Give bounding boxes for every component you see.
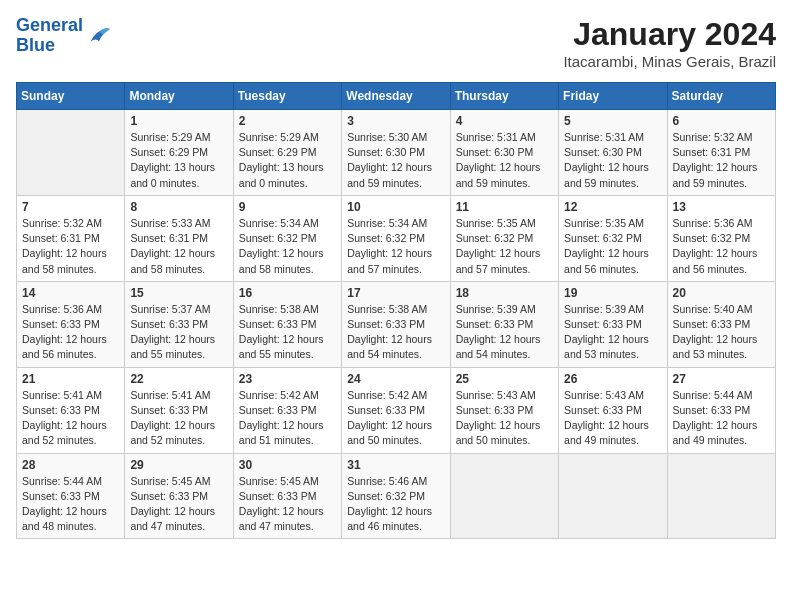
day-number: 30 xyxy=(239,458,336,472)
calendar-cell: 3Sunrise: 5:30 AMSunset: 6:30 PMDaylight… xyxy=(342,110,450,196)
day-info: Sunrise: 5:38 AMSunset: 6:33 PMDaylight:… xyxy=(239,302,336,363)
day-info: Sunrise: 5:32 AMSunset: 6:31 PMDaylight:… xyxy=(673,130,770,191)
week-row-5: 28Sunrise: 5:44 AMSunset: 6:33 PMDayligh… xyxy=(17,453,776,539)
calendar-cell: 20Sunrise: 5:40 AMSunset: 6:33 PMDayligh… xyxy=(667,281,775,367)
day-number: 14 xyxy=(22,286,119,300)
day-info: Sunrise: 5:41 AMSunset: 6:33 PMDaylight:… xyxy=(22,388,119,449)
day-info: Sunrise: 5:30 AMSunset: 6:30 PMDaylight:… xyxy=(347,130,444,191)
title-block: January 2024 Itacarambi, Minas Gerais, B… xyxy=(563,16,776,70)
weekday-header-monday: Monday xyxy=(125,83,233,110)
day-info: Sunrise: 5:38 AMSunset: 6:33 PMDaylight:… xyxy=(347,302,444,363)
day-number: 21 xyxy=(22,372,119,386)
day-number: 9 xyxy=(239,200,336,214)
calendar-cell: 12Sunrise: 5:35 AMSunset: 6:32 PMDayligh… xyxy=(559,195,667,281)
calendar-cell: 8Sunrise: 5:33 AMSunset: 6:31 PMDaylight… xyxy=(125,195,233,281)
day-number: 25 xyxy=(456,372,553,386)
day-info: Sunrise: 5:44 AMSunset: 6:33 PMDaylight:… xyxy=(673,388,770,449)
weekday-header-thursday: Thursday xyxy=(450,83,558,110)
weekday-header-friday: Friday xyxy=(559,83,667,110)
day-info: Sunrise: 5:45 AMSunset: 6:33 PMDaylight:… xyxy=(130,474,227,535)
day-number: 29 xyxy=(130,458,227,472)
day-info: Sunrise: 5:32 AMSunset: 6:31 PMDaylight:… xyxy=(22,216,119,277)
calendar-cell: 21Sunrise: 5:41 AMSunset: 6:33 PMDayligh… xyxy=(17,367,125,453)
day-info: Sunrise: 5:36 AMSunset: 6:32 PMDaylight:… xyxy=(673,216,770,277)
day-info: Sunrise: 5:31 AMSunset: 6:30 PMDaylight:… xyxy=(456,130,553,191)
logo: General Blue xyxy=(16,16,113,56)
calendar-cell xyxy=(559,453,667,539)
calendar-cell: 1Sunrise: 5:29 AMSunset: 6:29 PMDaylight… xyxy=(125,110,233,196)
calendar-header: SundayMondayTuesdayWednesdayThursdayFrid… xyxy=(17,83,776,110)
day-number: 18 xyxy=(456,286,553,300)
week-row-1: 1Sunrise: 5:29 AMSunset: 6:29 PMDaylight… xyxy=(17,110,776,196)
day-number: 6 xyxy=(673,114,770,128)
calendar-cell: 5Sunrise: 5:31 AMSunset: 6:30 PMDaylight… xyxy=(559,110,667,196)
day-info: Sunrise: 5:40 AMSunset: 6:33 PMDaylight:… xyxy=(673,302,770,363)
calendar-subtitle: Itacarambi, Minas Gerais, Brazil xyxy=(563,53,776,70)
calendar-cell: 18Sunrise: 5:39 AMSunset: 6:33 PMDayligh… xyxy=(450,281,558,367)
day-info: Sunrise: 5:35 AMSunset: 6:32 PMDaylight:… xyxy=(564,216,661,277)
calendar-cell xyxy=(17,110,125,196)
week-row-2: 7Sunrise: 5:32 AMSunset: 6:31 PMDaylight… xyxy=(17,195,776,281)
day-number: 26 xyxy=(564,372,661,386)
weekday-row: SundayMondayTuesdayWednesdayThursdayFrid… xyxy=(17,83,776,110)
day-number: 3 xyxy=(347,114,444,128)
calendar-cell: 26Sunrise: 5:43 AMSunset: 6:33 PMDayligh… xyxy=(559,367,667,453)
day-number: 23 xyxy=(239,372,336,386)
calendar-cell: 10Sunrise: 5:34 AMSunset: 6:32 PMDayligh… xyxy=(342,195,450,281)
weekday-header-tuesday: Tuesday xyxy=(233,83,341,110)
calendar-cell: 4Sunrise: 5:31 AMSunset: 6:30 PMDaylight… xyxy=(450,110,558,196)
day-info: Sunrise: 5:29 AMSunset: 6:29 PMDaylight:… xyxy=(239,130,336,191)
day-number: 22 xyxy=(130,372,227,386)
day-info: Sunrise: 5:44 AMSunset: 6:33 PMDaylight:… xyxy=(22,474,119,535)
day-info: Sunrise: 5:39 AMSunset: 6:33 PMDaylight:… xyxy=(456,302,553,363)
calendar-cell: 22Sunrise: 5:41 AMSunset: 6:33 PMDayligh… xyxy=(125,367,233,453)
day-number: 4 xyxy=(456,114,553,128)
calendar-cell: 11Sunrise: 5:35 AMSunset: 6:32 PMDayligh… xyxy=(450,195,558,281)
day-number: 10 xyxy=(347,200,444,214)
day-info: Sunrise: 5:36 AMSunset: 6:33 PMDaylight:… xyxy=(22,302,119,363)
day-number: 24 xyxy=(347,372,444,386)
day-info: Sunrise: 5:46 AMSunset: 6:32 PMDaylight:… xyxy=(347,474,444,535)
day-number: 17 xyxy=(347,286,444,300)
calendar-cell: 7Sunrise: 5:32 AMSunset: 6:31 PMDaylight… xyxy=(17,195,125,281)
day-number: 19 xyxy=(564,286,661,300)
calendar-cell: 16Sunrise: 5:38 AMSunset: 6:33 PMDayligh… xyxy=(233,281,341,367)
calendar-cell: 17Sunrise: 5:38 AMSunset: 6:33 PMDayligh… xyxy=(342,281,450,367)
day-info: Sunrise: 5:35 AMSunset: 6:32 PMDaylight:… xyxy=(456,216,553,277)
day-number: 31 xyxy=(347,458,444,472)
day-info: Sunrise: 5:45 AMSunset: 6:33 PMDaylight:… xyxy=(239,474,336,535)
calendar-cell: 6Sunrise: 5:32 AMSunset: 6:31 PMDaylight… xyxy=(667,110,775,196)
calendar-cell: 31Sunrise: 5:46 AMSunset: 6:32 PMDayligh… xyxy=(342,453,450,539)
day-info: Sunrise: 5:33 AMSunset: 6:31 PMDaylight:… xyxy=(130,216,227,277)
calendar-cell: 28Sunrise: 5:44 AMSunset: 6:33 PMDayligh… xyxy=(17,453,125,539)
logo-bird-icon xyxy=(85,22,113,50)
day-info: Sunrise: 5:34 AMSunset: 6:32 PMDaylight:… xyxy=(239,216,336,277)
calendar-cell: 30Sunrise: 5:45 AMSunset: 6:33 PMDayligh… xyxy=(233,453,341,539)
calendar-cell: 24Sunrise: 5:42 AMSunset: 6:33 PMDayligh… xyxy=(342,367,450,453)
day-number: 20 xyxy=(673,286,770,300)
day-number: 2 xyxy=(239,114,336,128)
day-number: 12 xyxy=(564,200,661,214)
day-info: Sunrise: 5:41 AMSunset: 6:33 PMDaylight:… xyxy=(130,388,227,449)
day-info: Sunrise: 5:43 AMSunset: 6:33 PMDaylight:… xyxy=(456,388,553,449)
calendar-cell: 27Sunrise: 5:44 AMSunset: 6:33 PMDayligh… xyxy=(667,367,775,453)
calendar-cell: 2Sunrise: 5:29 AMSunset: 6:29 PMDaylight… xyxy=(233,110,341,196)
calendar-body: 1Sunrise: 5:29 AMSunset: 6:29 PMDaylight… xyxy=(17,110,776,539)
calendar-cell: 9Sunrise: 5:34 AMSunset: 6:32 PMDaylight… xyxy=(233,195,341,281)
calendar-table: SundayMondayTuesdayWednesdayThursdayFrid… xyxy=(16,82,776,539)
day-info: Sunrise: 5:42 AMSunset: 6:33 PMDaylight:… xyxy=(347,388,444,449)
day-info: Sunrise: 5:39 AMSunset: 6:33 PMDaylight:… xyxy=(564,302,661,363)
day-number: 1 xyxy=(130,114,227,128)
calendar-cell xyxy=(450,453,558,539)
logo-text: General Blue xyxy=(16,16,83,56)
day-number: 27 xyxy=(673,372,770,386)
day-number: 8 xyxy=(130,200,227,214)
page-header: General Blue January 2024 Itacarambi, Mi… xyxy=(16,16,776,70)
day-number: 28 xyxy=(22,458,119,472)
calendar-cell: 19Sunrise: 5:39 AMSunset: 6:33 PMDayligh… xyxy=(559,281,667,367)
day-number: 16 xyxy=(239,286,336,300)
day-info: Sunrise: 5:37 AMSunset: 6:33 PMDaylight:… xyxy=(130,302,227,363)
day-number: 5 xyxy=(564,114,661,128)
weekday-header-sunday: Sunday xyxy=(17,83,125,110)
weekday-header-wednesday: Wednesday xyxy=(342,83,450,110)
